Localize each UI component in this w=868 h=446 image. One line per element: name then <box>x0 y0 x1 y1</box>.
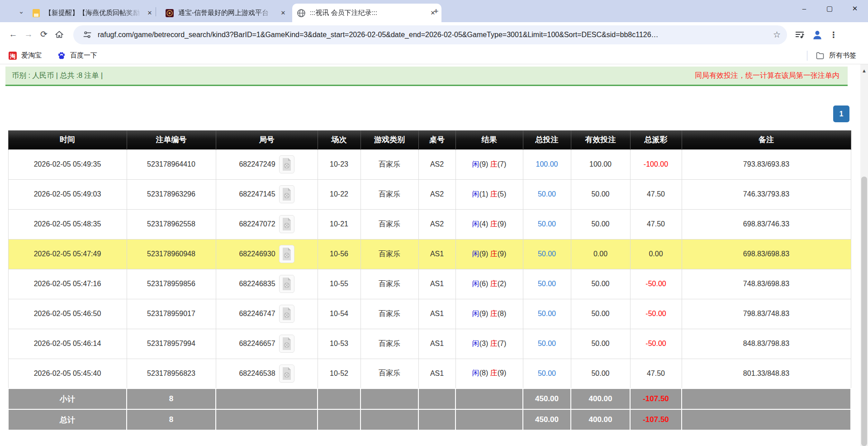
url-text[interactable]: rafugf.com/game/betrecord_search/kind3?B… <box>98 31 768 39</box>
cell-game-type: 百家乐 <box>360 179 418 209</box>
window-maximize-button[interactable]: ▢ <box>825 4 835 14</box>
cell-valid-bet: 0.00 <box>571 239 630 269</box>
cell-session: 10-55 <box>318 269 360 299</box>
cell-payout: -50.00 <box>630 329 682 359</box>
cell-round: 682246835 <box>216 269 318 299</box>
video-clip-button[interactable] <box>279 185 294 203</box>
browser-tab-2[interactable]: 通宝-信誉最好的网上游戏平台 ✕ <box>161 4 292 22</box>
profile-avatar-icon[interactable] <box>811 29 823 41</box>
bet-records-table: 时间 注单编号 局号 场次 游戏类别 桌号 结果 总投注 有效投注 总派彩 备注… <box>8 130 851 431</box>
bookmark-baidu[interactable]: 百度一下 <box>52 51 102 60</box>
cell-total-bet: 50.00 <box>523 299 571 329</box>
bookmark-label: 百度一下 <box>70 51 97 60</box>
cell-game-type: 百家乐 <box>360 329 418 359</box>
cell-time: 2026-02-05 05:49:03 <box>8 179 127 209</box>
cell-note: 801.33/848.83 <box>682 359 851 388</box>
video-clip-icon <box>281 158 293 171</box>
new-tab-button[interactable]: + <box>431 6 441 17</box>
table-header-row: 时间 注单编号 局号 场次 游戏类别 桌号 结果 总投注 有效投注 总派彩 备注 <box>8 130 851 149</box>
bet-record-row: 2026-02-05 05:47:49523178960948682246930… <box>8 239 851 269</box>
cell-round: 682246657 <box>216 329 318 359</box>
cell-time: 2026-02-05 05:45:40 <box>8 359 127 388</box>
cell-time: 2026-02-05 05:46:14 <box>8 329 127 359</box>
tongbao-coin-icon <box>165 9 174 18</box>
col-header-total-bet: 总投注 <box>523 130 571 149</box>
cell-total-bet: 50.00 <box>523 359 571 388</box>
cell-round: 682246538 <box>216 359 318 388</box>
cell-valid-bet: 50.00 <box>571 209 630 239</box>
cell-table-no: AS1 <box>418 239 455 269</box>
video-clip-button[interactable] <box>279 245 294 263</box>
cell-round: 682246747 <box>216 299 318 329</box>
subtotal-total-bet: 450.00 <box>523 388 571 409</box>
cell-valid-bet: 50.00 <box>571 329 630 359</box>
video-clip-icon <box>281 367 293 380</box>
scrollbar-thumb[interactable] <box>861 177 867 446</box>
globe-icon <box>297 9 306 18</box>
bet-record-row: 2026-02-05 05:46:50523178959017682246747… <box>8 299 851 329</box>
window-close-button[interactable]: ✕ <box>850 4 860 14</box>
bet-record-row: 2026-02-05 05:46:14523178957994682246657… <box>8 329 851 359</box>
browser-tab-active[interactable]: :::视讯 会员下注纪录::: ✕ <box>292 4 441 22</box>
video-clip-button[interactable] <box>279 364 294 383</box>
cell-game-type: 百家乐 <box>360 359 418 388</box>
video-clip-button[interactable] <box>279 275 294 293</box>
tab-close-icon[interactable]: ✕ <box>146 9 154 17</box>
forward-button[interactable]: → <box>21 27 36 43</box>
total-total-bet: 450.00 <box>523 409 571 430</box>
video-clip-icon <box>281 187 293 201</box>
window-minimize-button[interactable]: – <box>799 4 809 14</box>
cell-time: 2026-02-05 05:46:50 <box>8 299 127 329</box>
cell-bet-id: 523178957994 <box>127 329 216 359</box>
cell-total-bet: 50.00 <box>523 179 571 209</box>
video-clip-button[interactable] <box>279 335 294 353</box>
page-scrollbar[interactable]: ▲ <box>860 64 868 446</box>
video-clip-button[interactable] <box>279 305 294 323</box>
cell-payout: 0.00 <box>630 239 682 269</box>
cell-game-type: 百家乐 <box>360 209 418 239</box>
home-button[interactable] <box>52 27 67 43</box>
subtotal-count: 8 <box>127 388 216 409</box>
all-bookmarks-button[interactable]: 所有书签 <box>829 51 856 60</box>
media-controls-icon[interactable] <box>794 29 805 40</box>
cell-bet-id: 523178959017 <box>127 299 216 329</box>
cell-bet-id: 523178959856 <box>127 269 216 299</box>
cell-bet-id: 523178956823 <box>127 359 216 388</box>
subtotal-row: 小计 8 450.00 400.00 -107.50 <box>8 388 851 409</box>
cell-note: 746.33/793.83 <box>682 179 851 209</box>
video-clip-button[interactable] <box>279 155 294 173</box>
reload-button[interactable]: ⟳ <box>36 27 52 43</box>
menu-kebab-icon[interactable]: ⋮ <box>830 30 838 40</box>
cell-table-no: AS1 <box>418 299 455 329</box>
cell-time: 2026-02-05 05:48:35 <box>8 209 127 239</box>
cell-result: 闲(9) 庄(8) <box>455 299 523 329</box>
tab-close-icon[interactable]: ✕ <box>279 9 287 17</box>
bet-record-row: 2026-02-05 05:47:16523178959856682246835… <box>8 269 851 299</box>
cell-round: 682247072 <box>216 209 318 239</box>
cell-table-no: AS2 <box>418 209 455 239</box>
currency-summary-text: 币别 : 人民币 | 总共 :8 注单 | <box>12 71 103 81</box>
cell-total-bet: 50.00 <box>523 329 571 359</box>
browser-tab-1[interactable]: 【新提醒】【海燕优质回帖奖励 ✕ <box>27 4 158 22</box>
yellow-page-icon <box>32 9 41 18</box>
scrollbar-up-arrow[interactable]: ▲ <box>860 64 868 73</box>
bookmark-star-icon[interactable]: ☆ <box>773 29 781 40</box>
cell-table-no: AS2 <box>418 179 455 209</box>
cell-payout: 47.50 <box>630 359 682 388</box>
back-button[interactable]: ← <box>5 27 21 43</box>
taobao-icon: 淘 <box>8 51 17 60</box>
pagination-page-1-button[interactable]: 1 <box>833 106 849 122</box>
cell-table-no: AS2 <box>418 149 455 179</box>
subtotal-valid-bet: 400.00 <box>571 388 630 409</box>
col-header-time: 时间 <box>8 130 127 149</box>
tab-search-chevron-icon[interactable]: ⌄ <box>16 6 26 16</box>
bet-record-row: 2026-02-05 05:49:35523178964410682247249… <box>8 149 851 179</box>
cell-session: 10-53 <box>318 329 360 359</box>
bookmark-aitaobao[interactable]: 淘 爱淘宝 <box>4 51 46 60</box>
valid-bet-notice-text: 同局有效投注，统一计算在该局第一张注单内 <box>695 71 841 81</box>
url-bar[interactable]: rafugf.com/game/betrecord_search/kind3?B… <box>73 25 787 44</box>
video-clip-button[interactable] <box>279 215 294 233</box>
baidu-paw-icon <box>57 51 66 60</box>
cell-result: 闲(9) 庄(7) <box>455 149 523 179</box>
tab-separator <box>156 7 156 16</box>
